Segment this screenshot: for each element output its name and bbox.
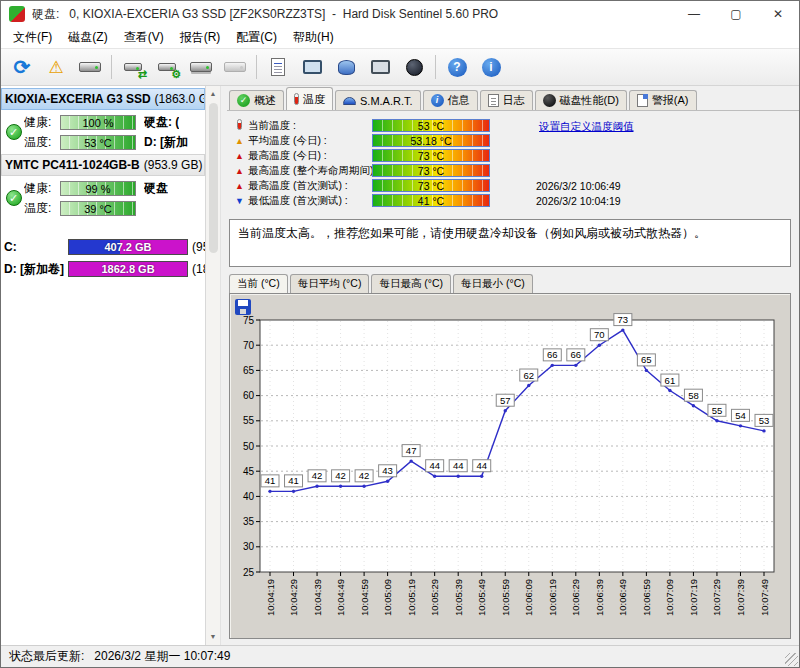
menu-disk[interactable]: 磁盘(Z) xyxy=(60,27,115,48)
chart-tab-daily-max[interactable]: 每日最高 (°C) xyxy=(371,274,451,293)
temperature-summary: 设置自定义温度阈值 当前温度 : 53 °C ▲ 平均温度 (今日) : 53.… xyxy=(227,111,799,212)
svg-text:10:06:49: 10:06:49 xyxy=(617,579,628,616)
chart-tab-daily-min[interactable]: 每日最小 (°C) xyxy=(453,274,533,293)
menu-config[interactable]: 配置(C) xyxy=(228,27,285,48)
partition-row-c[interactable]: C: 407.2 GB (952.9 xyxy=(1,236,205,258)
save-chart-button[interactable] xyxy=(235,299,251,315)
tab-performance[interactable]: 磁盘性能(D) xyxy=(535,90,627,110)
svg-text:57: 57 xyxy=(500,395,511,406)
svg-text:10:06:59: 10:06:59 xyxy=(641,579,652,616)
clock-button[interactable] xyxy=(398,52,430,82)
chart-tab-current[interactable]: 当前 (°C) xyxy=(229,274,288,293)
disk-stack-button[interactable] xyxy=(185,52,217,82)
main-panel: ✓概述 温度 S.M.A.R.T. i信息 日志 磁盘性能(D) 警报(A) 设… xyxy=(221,86,799,645)
health-ok-icon: ✓ xyxy=(6,124,22,140)
document-icon xyxy=(488,94,499,107)
tab-smart[interactable]: S.M.A.R.T. xyxy=(335,90,421,110)
svg-text:44: 44 xyxy=(429,460,440,471)
disk-size: (953.9 GB) xyxy=(144,158,203,172)
thermometer-icon xyxy=(237,119,242,130)
disk-size: (1863.0 G xyxy=(155,92,205,106)
svg-text:10:07:39: 10:07:39 xyxy=(735,579,746,616)
tab-alerts[interactable]: 警报(A) xyxy=(629,90,697,110)
refresh-button[interactable]: ⟳ xyxy=(6,52,38,82)
svg-text:43: 43 xyxy=(382,465,393,476)
partition-label: D: [新加卷] xyxy=(4,261,68,278)
maximize-button[interactable]: ▢ xyxy=(715,1,757,27)
screen-capture-button[interactable] xyxy=(296,52,328,82)
menu-help[interactable]: 帮助(H) xyxy=(285,27,342,48)
svg-text:10:05:19: 10:05:19 xyxy=(406,579,417,616)
set-custom-threshold-link[interactable]: 设置自定义温度阈值 xyxy=(539,120,634,134)
sidebar-disk-kioxia[interactable]: KIOXIA-EXCERIA G3 SSD (1863.0 G xyxy=(1,88,205,110)
content: KIOXIA-EXCERIA G3 SSD (1863.0 G ✓ 健康: 10… xyxy=(1,86,799,645)
report-button[interactable] xyxy=(262,52,294,82)
scroll-down-icon[interactable]: ▼ xyxy=(210,631,217,643)
partition-label: C: xyxy=(4,240,68,254)
database-icon xyxy=(338,60,355,75)
sidebar-scrollbar[interactable]: ▲ ▼ xyxy=(206,86,221,645)
disk-sidebar: KIOXIA-EXCERIA G3 SSD (1863.0 G ✓ 健康: 10… xyxy=(1,86,206,645)
svg-text:44: 44 xyxy=(453,460,464,471)
temperature-chart: 253035404550556065707510:04:1910:04:2910… xyxy=(230,294,786,639)
sidebar-disk-ymtc[interactable]: YMTC PC411-1024GB-B (953.9 GB) xyxy=(1,154,205,176)
gear-icon: ⚙ xyxy=(171,68,181,81)
health-label: 健康: xyxy=(24,114,60,131)
svg-text:54: 54 xyxy=(735,410,746,421)
scrollbar-thumb[interactable] xyxy=(209,103,218,253)
svg-text:10:06:29: 10:06:29 xyxy=(570,579,581,616)
svg-text:62: 62 xyxy=(523,370,534,381)
monitor-edit-icon xyxy=(371,60,390,74)
surface-test-button[interactable]: ⚠ xyxy=(40,52,72,82)
minimize-button[interactable]: — xyxy=(673,1,715,27)
scroll-up-icon[interactable]: ▲ xyxy=(210,88,217,100)
disk-kioxia-summary[interactable]: ✓ 健康: 100 % 硬盘: ( 温度: 53 °C D: [新加 xyxy=(1,110,205,154)
menu-view[interactable]: 查看(V) xyxy=(116,27,172,48)
menu-file[interactable]: 文件(F) xyxy=(5,27,60,48)
menu-report[interactable]: 报告(R) xyxy=(172,27,229,48)
monitor-edit-button[interactable] xyxy=(364,52,396,82)
tab-overview[interactable]: ✓概述 xyxy=(229,90,284,110)
disk-tools-button[interactable]: ⚙ xyxy=(151,52,183,82)
tab-information[interactable]: i信息 xyxy=(423,90,478,110)
svg-text:70: 70 xyxy=(243,340,255,351)
svg-text:55: 55 xyxy=(243,415,255,426)
info-button[interactable]: i xyxy=(475,52,507,82)
resize-grip[interactable] xyxy=(785,653,798,666)
disk-stack-icon xyxy=(190,62,212,72)
svg-text:10:05:09: 10:05:09 xyxy=(382,579,393,616)
thermometer-icon xyxy=(294,93,299,105)
temp-row-average: ▲ 平均温度 (今日) : 53.18 °C xyxy=(231,133,799,148)
disk-disabled-button[interactable] xyxy=(219,52,251,82)
svg-text:10:05:39: 10:05:39 xyxy=(453,579,464,616)
tab-log[interactable]: 日志 xyxy=(480,90,533,110)
svg-text:65: 65 xyxy=(641,354,652,365)
svg-text:10:07:09: 10:07:09 xyxy=(664,579,675,616)
tab-temperature[interactable]: 温度 xyxy=(286,87,333,110)
help-button[interactable]: ? xyxy=(441,52,473,82)
window-controls: — ▢ ✕ xyxy=(673,1,799,27)
database-button[interactable] xyxy=(330,52,362,82)
svg-text:30: 30 xyxy=(243,541,255,552)
toolbar-separator xyxy=(111,55,112,79)
partition-row-d[interactable]: D: [新加卷] 1862.8 GB (186 xyxy=(1,258,205,280)
disk-icon xyxy=(79,62,101,72)
clock-icon xyxy=(406,59,423,76)
health-ok-icon: ✓ xyxy=(6,190,22,206)
close-button[interactable]: ✕ xyxy=(757,1,799,27)
svg-text:40: 40 xyxy=(243,491,255,502)
disk-ymtc-summary[interactable]: ✓ 健康: 99 % 硬盘 温度: 39 °C xyxy=(1,176,205,220)
temp-row-max-first-test: ▲ 最高温度 (首次测试) : 73 °C 2026/3/2 10:06:49 xyxy=(231,178,799,193)
timestamp: 2026/3/2 10:04:19 xyxy=(536,195,621,207)
disk-refresh-button[interactable]: ⇄ xyxy=(117,52,149,82)
svg-text:10:06:39: 10:06:39 xyxy=(594,579,605,616)
svg-text:73: 73 xyxy=(618,314,629,325)
temperature-gauge: 41 °C xyxy=(372,194,490,207)
chart-tab-daily-average[interactable]: 每日平均 (°C) xyxy=(290,274,370,293)
save-disk-button[interactable] xyxy=(74,52,106,82)
svg-text:42: 42 xyxy=(359,470,370,481)
gauge-icon xyxy=(343,97,356,105)
temp-bar: 39 °C xyxy=(60,201,136,216)
temperature-gauge: 53 °C xyxy=(372,119,490,132)
svg-text:10:04:49: 10:04:49 xyxy=(335,579,346,616)
